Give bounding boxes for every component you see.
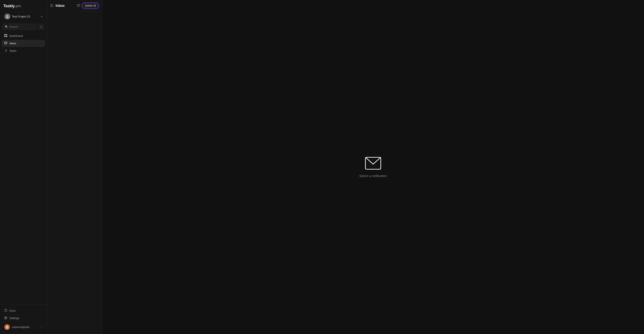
user-row[interactable]: cameronjhollis ··· (2, 322, 45, 332)
project-name: Test Project 21 (12, 15, 40, 18)
svg-rect-4 (6, 36, 7, 37)
logo-pm: .pm (15, 4, 21, 8)
project-avatar (4, 14, 10, 20)
ellipsis-icon[interactable]: ··· (40, 325, 42, 329)
inbox-panel-title: Inbox (56, 4, 75, 8)
app-logo: Taskly.pm (4, 4, 21, 8)
sidebar-item-label-tasks: Tasks (9, 49, 16, 52)
project-selector[interactable]: Test Project 21 ▾ (2, 12, 45, 21)
sidebar-item-settings[interactable]: Settings (2, 314, 45, 322)
svg-rect-14 (51, 4, 53, 6)
gear-icon (4, 316, 7, 320)
search-box[interactable]: 🔍 (2, 24, 36, 30)
inbox-mail-icon[interactable] (77, 4, 80, 8)
grid-icon (4, 34, 7, 38)
sidebar-bottom: Docs Settings cameronjhollis ··· (0, 304, 47, 334)
sidebar-toggle-icon[interactable] (50, 4, 54, 8)
username: cameronjhollis (12, 326, 38, 329)
nav-section: Dashboard Inbox (0, 32, 47, 304)
inbox-panel: Inbox Delete All (47, 0, 102, 334)
svg-rect-2 (6, 34, 7, 35)
delete-all-button[interactable]: Delete All (82, 3, 98, 8)
search-icon: 🔍 (5, 25, 8, 28)
inbox-empty-area (47, 12, 102, 334)
doc-icon (4, 309, 7, 312)
sidebar-item-label-dashboard: Dashboard (9, 34, 23, 38)
svg-rect-3 (4, 36, 6, 37)
search-input[interactable] (9, 25, 34, 28)
sidebar-item-inbox[interactable]: Inbox (2, 40, 45, 47)
logo-taskly: Taskly (4, 4, 15, 8)
empty-state: Select a notification (359, 156, 387, 178)
sidebar-item-tasks[interactable]: Tasks (2, 47, 45, 54)
tasks-icon (4, 49, 7, 52)
add-button[interactable]: + (38, 24, 44, 30)
mail-icon (4, 42, 7, 45)
search-add-row: 🔍 + (0, 22, 47, 32)
logo-area: Taskly.pm (0, 0, 47, 11)
svg-point-12 (5, 318, 6, 318)
svg-point-0 (6, 15, 8, 16)
svg-point-13 (6, 326, 8, 327)
sidebar-item-label-docs: Docs (9, 309, 16, 312)
sidebar-item-docs[interactable]: Docs (2, 307, 45, 314)
sidebar-item-dashboard[interactable]: Dashboard (2, 32, 45, 40)
sidebar-item-label-inbox: Inbox (9, 42, 16, 45)
chevron-down-icon: ▾ (41, 15, 42, 18)
avatar (4, 324, 10, 330)
main-content: Select a notification (102, 0, 644, 334)
inbox-header: Inbox Delete All (47, 0, 102, 12)
empty-mail-icon (364, 156, 382, 170)
sidebar: Taskly.pm Test Project 21 ▾ 🔍 + (0, 0, 47, 334)
svg-rect-1 (4, 34, 6, 35)
sidebar-item-label-settings: Settings (9, 316, 20, 320)
empty-state-text: Select a notification (359, 174, 387, 178)
